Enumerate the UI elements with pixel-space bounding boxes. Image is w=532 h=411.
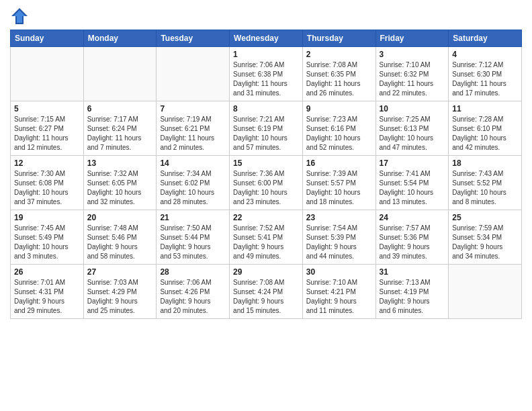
- day-info: Sunrise: 7:41 AM Sunset: 5:54 PM Dayligh…: [380, 169, 445, 207]
- day-info: Sunrise: 7:08 AM Sunset: 4:24 PM Dayligh…: [233, 278, 299, 316]
- day-number: 18: [452, 158, 518, 168]
- calendar-cell: 16Sunrise: 7:39 AM Sunset: 5:57 PM Dayli…: [302, 156, 375, 210]
- calendar-cell: 28Sunrise: 7:06 AM Sunset: 4:26 PM Dayli…: [157, 265, 230, 319]
- day-info: Sunrise: 7:15 AM Sunset: 6:27 PM Dayligh…: [14, 115, 80, 152]
- calendar-cell: [157, 47, 230, 101]
- day-number: 28: [160, 267, 226, 277]
- day-info: Sunrise: 7:48 AM Sunset: 5:46 PM Dayligh…: [87, 224, 153, 261]
- day-number: 29: [233, 267, 299, 277]
- day-number: 30: [306, 267, 372, 277]
- calendar-day-header: Wednesday: [230, 30, 303, 47]
- calendar-cell: 20Sunrise: 7:48 AM Sunset: 5:46 PM Dayli…: [83, 210, 157, 265]
- day-number: 26: [14, 267, 80, 277]
- day-number: 31: [380, 267, 445, 277]
- calendar-day-header: Friday: [375, 30, 449, 47]
- day-info: Sunrise: 7:06 AM Sunset: 4:26 PM Dayligh…: [160, 278, 226, 316]
- day-number: 16: [306, 158, 372, 168]
- day-number: 21: [160, 213, 226, 222]
- day-number: 10: [380, 104, 445, 113]
- day-number: 6: [87, 104, 153, 113]
- svg-marker-1: [13, 10, 26, 23]
- calendar-week-row: 26Sunrise: 7:01 AM Sunset: 4:31 PM Dayli…: [11, 265, 522, 319]
- day-number: 25: [452, 213, 518, 222]
- logo: [10, 7, 32, 26]
- calendar-cell: 26Sunrise: 7:01 AM Sunset: 4:31 PM Dayli…: [11, 265, 84, 319]
- calendar-day-header: Tuesday: [157, 30, 230, 47]
- calendar-cell: 9Sunrise: 7:23 AM Sunset: 6:16 PM Daylig…: [302, 101, 375, 156]
- calendar-day-header: Thursday: [302, 30, 375, 47]
- calendar-cell: 29Sunrise: 7:08 AM Sunset: 4:24 PM Dayli…: [230, 265, 303, 319]
- day-number: 11: [452, 104, 518, 113]
- calendar-cell: 10Sunrise: 7:25 AM Sunset: 6:13 PM Dayli…: [375, 101, 449, 156]
- day-number: 15: [233, 158, 299, 168]
- calendar-cell: 24Sunrise: 7:57 AM Sunset: 5:36 PM Dayli…: [375, 210, 449, 265]
- day-number: 7: [160, 104, 226, 113]
- day-number: 9: [306, 104, 372, 113]
- day-number: 23: [306, 213, 372, 222]
- day-number: 20: [87, 213, 153, 222]
- day-info: Sunrise: 7:28 AM Sunset: 6:10 PM Dayligh…: [452, 115, 518, 152]
- day-info: Sunrise: 7:36 AM Sunset: 6:00 PM Dayligh…: [233, 169, 299, 207]
- day-number: 8: [233, 104, 299, 113]
- page: SundayMondayTuesdayWednesdayThursdayFrid…: [0, 0, 532, 411]
- calendar-cell: 21Sunrise: 7:50 AM Sunset: 5:44 PM Dayli…: [157, 210, 230, 265]
- day-number: 1: [233, 50, 299, 59]
- calendar-cell: 17Sunrise: 7:41 AM Sunset: 5:54 PM Dayli…: [375, 156, 449, 210]
- calendar-cell: 1Sunrise: 7:06 AM Sunset: 6:38 PM Daylig…: [230, 47, 303, 101]
- calendar-cell: 31Sunrise: 7:13 AM Sunset: 4:19 PM Dayli…: [375, 265, 449, 319]
- day-info: Sunrise: 7:21 AM Sunset: 6:19 PM Dayligh…: [233, 115, 299, 152]
- day-info: Sunrise: 7:03 AM Sunset: 4:29 PM Dayligh…: [87, 278, 153, 316]
- logo-icon: [10, 7, 29, 26]
- calendar-table: SundayMondayTuesdayWednesdayThursdayFrid…: [10, 30, 522, 319]
- calendar-cell: 7Sunrise: 7:19 AM Sunset: 6:21 PM Daylig…: [157, 101, 230, 156]
- day-info: Sunrise: 7:17 AM Sunset: 6:24 PM Dayligh…: [87, 115, 153, 152]
- day-info: Sunrise: 7:43 AM Sunset: 5:52 PM Dayligh…: [452, 169, 518, 207]
- calendar-cell: 18Sunrise: 7:43 AM Sunset: 5:52 PM Dayli…: [449, 156, 522, 210]
- day-info: Sunrise: 7:01 AM Sunset: 4:31 PM Dayligh…: [14, 278, 80, 316]
- day-info: Sunrise: 7:08 AM Sunset: 6:35 PM Dayligh…: [306, 60, 372, 98]
- calendar-cell: [449, 265, 522, 319]
- day-number: 13: [87, 158, 153, 168]
- day-number: 14: [160, 158, 226, 168]
- calendar-cell: 3Sunrise: 7:10 AM Sunset: 6:32 PM Daylig…: [375, 47, 449, 101]
- calendar-cell: 6Sunrise: 7:17 AM Sunset: 6:24 PM Daylig…: [83, 101, 157, 156]
- day-info: Sunrise: 7:10 AM Sunset: 6:32 PM Dayligh…: [380, 60, 445, 98]
- day-number: 5: [14, 104, 80, 113]
- day-info: Sunrise: 7:32 AM Sunset: 6:05 PM Dayligh…: [87, 169, 153, 207]
- day-info: Sunrise: 7:30 AM Sunset: 6:08 PM Dayligh…: [14, 169, 80, 207]
- day-number: 19: [14, 213, 80, 222]
- day-info: Sunrise: 7:13 AM Sunset: 4:19 PM Dayligh…: [380, 278, 445, 316]
- day-info: Sunrise: 7:06 AM Sunset: 6:38 PM Dayligh…: [233, 60, 299, 98]
- calendar-cell: 5Sunrise: 7:15 AM Sunset: 6:27 PM Daylig…: [11, 101, 84, 156]
- calendar-cell: 8Sunrise: 7:21 AM Sunset: 6:19 PM Daylig…: [230, 101, 303, 156]
- calendar-cell: 22Sunrise: 7:52 AM Sunset: 5:41 PM Dayli…: [230, 210, 303, 265]
- day-info: Sunrise: 7:39 AM Sunset: 5:57 PM Dayligh…: [306, 169, 372, 207]
- day-info: Sunrise: 7:34 AM Sunset: 6:02 PM Dayligh…: [160, 169, 226, 207]
- day-number: 24: [380, 213, 445, 222]
- calendar-cell: 2Sunrise: 7:08 AM Sunset: 6:35 PM Daylig…: [302, 47, 375, 101]
- calendar-header-row: SundayMondayTuesdayWednesdayThursdayFrid…: [11, 30, 522, 47]
- calendar-week-row: 5Sunrise: 7:15 AM Sunset: 6:27 PM Daylig…: [11, 101, 522, 156]
- day-number: 3: [380, 50, 445, 59]
- calendar-cell: 4Sunrise: 7:12 AM Sunset: 6:30 PM Daylig…: [449, 47, 522, 101]
- calendar-cell: 11Sunrise: 7:28 AM Sunset: 6:10 PM Dayli…: [449, 101, 522, 156]
- day-info: Sunrise: 7:59 AM Sunset: 5:34 PM Dayligh…: [452, 224, 518, 261]
- calendar-day-header: Sunday: [11, 30, 84, 47]
- calendar-cell: [11, 47, 84, 101]
- calendar-week-row: 12Sunrise: 7:30 AM Sunset: 6:08 PM Dayli…: [11, 156, 522, 210]
- day-info: Sunrise: 7:52 AM Sunset: 5:41 PM Dayligh…: [233, 224, 299, 261]
- day-number: 4: [452, 50, 518, 59]
- calendar-cell: 23Sunrise: 7:54 AM Sunset: 5:39 PM Dayli…: [302, 210, 375, 265]
- day-number: 22: [233, 213, 299, 222]
- day-info: Sunrise: 7:23 AM Sunset: 6:16 PM Dayligh…: [306, 115, 372, 152]
- calendar-week-row: 19Sunrise: 7:45 AM Sunset: 5:49 PM Dayli…: [11, 210, 522, 265]
- calendar-cell: 27Sunrise: 7:03 AM Sunset: 4:29 PM Dayli…: [83, 265, 157, 319]
- day-number: 2: [306, 50, 372, 59]
- calendar-day-header: Saturday: [449, 30, 522, 47]
- header: [10, 7, 522, 26]
- day-info: Sunrise: 7:45 AM Sunset: 5:49 PM Dayligh…: [14, 224, 80, 261]
- day-number: 17: [380, 158, 445, 168]
- day-info: Sunrise: 7:12 AM Sunset: 6:30 PM Dayligh…: [452, 60, 518, 98]
- day-info: Sunrise: 7:54 AM Sunset: 5:39 PM Dayligh…: [306, 224, 372, 261]
- day-number: 27: [87, 267, 153, 277]
